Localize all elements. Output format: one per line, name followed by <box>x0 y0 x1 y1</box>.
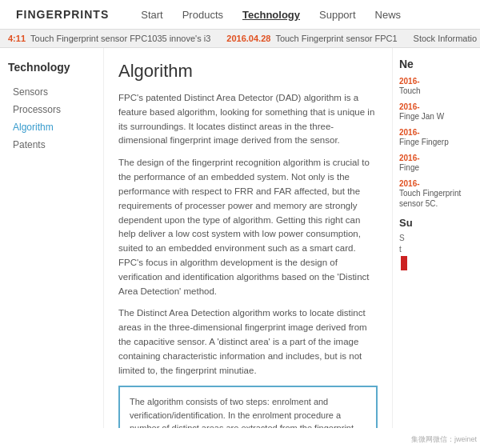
nav-item-support[interactable]: Support <box>319 9 356 21</box>
news-date: 2016- <box>399 102 474 111</box>
sub-item: S <box>399 234 474 242</box>
content-paragraph: FPC's patented Distinct Area Detector (D… <box>118 91 378 148</box>
news-date: 2016- <box>399 77 474 86</box>
news-date: 2016- <box>399 154 474 162</box>
news-item: 2016-Finge Fingerp <box>399 128 474 147</box>
main-nav: StartProductsTechnologySupportNews <box>141 9 401 21</box>
red-indicator <box>401 256 407 270</box>
ticker-item: Stock Informatio <box>414 34 477 43</box>
header: FINGERPRINTS StartProductsTechnologySupp… <box>0 0 480 30</box>
news-text: Finge <box>399 162 474 173</box>
sidebar-item-processors[interactable]: Processors <box>8 101 95 118</box>
news-date: 2016- <box>399 179 474 188</box>
ticker-item: 4:11Touch Fingerprint sensor FPC1035 inn… <box>8 34 210 43</box>
nav-item-start[interactable]: Start <box>141 9 162 21</box>
news-text: Finge Jan W <box>399 111 474 122</box>
ticker-item: 2016.04.28Touch Fingerprint sensor FPC1 <box>226 34 397 43</box>
sidebar-title: Technology <box>8 61 95 74</box>
watermark: 集微网微信：jweinet <box>411 434 477 445</box>
sidebar: Technology SensorsProcessorsAlgorithmPat… <box>0 48 104 428</box>
content-paragraph: The Distinct Area Detection algorithm wo… <box>118 306 378 378</box>
nav-item-news[interactable]: News <box>375 9 402 21</box>
news-item: 2016-Touch <box>399 77 474 96</box>
content-paragraph: The design of the fingerprint recognitio… <box>118 156 378 298</box>
main-layout: Technology SensorsProcessorsAlgorithmPat… <box>0 48 480 428</box>
highlighted-text: The algorithm consists of two steps: enr… <box>130 395 366 428</box>
news-item: 2016-Touch Fingerprint sensor 5C. <box>399 179 474 209</box>
news-text: Finge Fingerp <box>399 137 474 147</box>
sidebar-item-algorithm[interactable]: Algorithm <box>8 118 95 136</box>
logo: FINGERPRINTS <box>16 8 109 21</box>
right-panel: Ne2016-Touch2016-Finge Jan W2016-Finge F… <box>392 48 480 428</box>
sidebar-item-sensors[interactable]: Sensors <box>8 83 95 101</box>
news-item: 2016-Finge <box>399 154 474 173</box>
ticker-text: Stock Informatio <box>414 34 477 43</box>
ticker-text: Touch Fingerprint sensor FPC1 <box>275 34 397 43</box>
news-text: Touch Fingerprint sensor 5C. <box>399 188 474 209</box>
sidebar-item-patents[interactable]: Patents <box>8 136 95 154</box>
news-item: 2016-Finge Jan W <box>399 102 474 122</box>
ticker-date: 4:11 <box>8 34 26 43</box>
highlighted-box: The algorithm consists of two steps: enr… <box>118 386 378 428</box>
content-area: Algorithm FPC's patented Distinct Area D… <box>104 48 392 428</box>
nav-item-products[interactable]: Products <box>182 9 223 21</box>
sub-item: t <box>399 245 474 254</box>
news-text: Touch <box>399 86 474 96</box>
ticker-bar: 4:11Touch Fingerprint sensor FPC1035 inn… <box>0 30 480 48</box>
news-date: 2016- <box>399 128 474 137</box>
ticker-text: Touch Fingerprint sensor FPC1035 innove'… <box>30 34 210 43</box>
nav-item-technology[interactable]: Technology <box>242 9 300 21</box>
sub-section-title: Su <box>399 217 474 229</box>
ticker-date: 2016.04.28 <box>226 34 270 43</box>
page-title: Algorithm <box>118 61 378 82</box>
news-panel-title: Ne <box>399 58 474 70</box>
